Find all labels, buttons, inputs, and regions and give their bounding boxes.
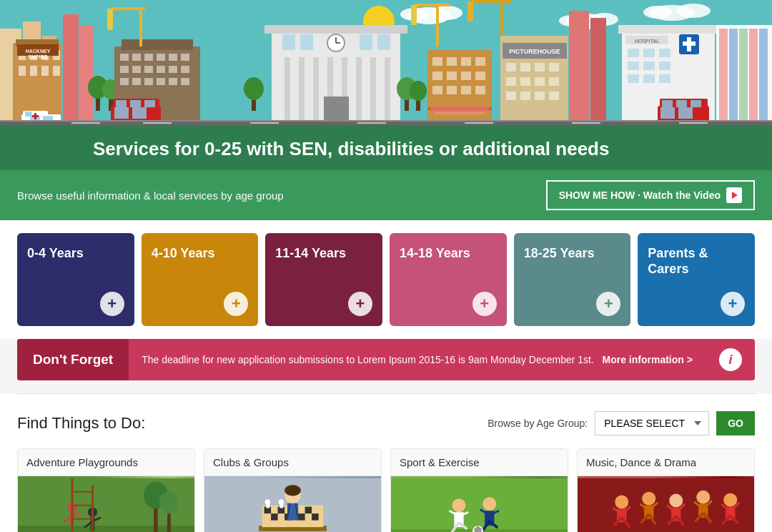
- svg-rect-163: [678, 107, 693, 119]
- svg-rect-52: [181, 78, 189, 85]
- age-group-select[interactable]: PLEASE SELECT 0-4 Years 4-10 Years 11-14…: [595, 411, 709, 435]
- svg-rect-47: [120, 78, 129, 85]
- svg-rect-93: [432, 57, 442, 66]
- svg-rect-144: [749, 29, 758, 122]
- age-card-11-14-plus[interactable]: +: [348, 292, 372, 316]
- svg-rect-103: [461, 86, 471, 94]
- activity-card-music-label: Music, Dance & Drama: [578, 449, 754, 476]
- age-card-4-10[interactable]: 4-10 Years +: [142, 233, 259, 326]
- age-card-14-18-label: 14-18 Years: [400, 246, 497, 262]
- age-card-0-4-plus[interactable]: +: [100, 292, 124, 316]
- age-card-parents[interactable]: Parents & Carers +: [638, 233, 755, 326]
- svg-rect-152: [132, 107, 147, 119]
- activity-card-playground-label: Adventure Playgrounds: [18, 449, 194, 476]
- svg-rect-114: [506, 77, 516, 86]
- go-button[interactable]: GO: [716, 411, 755, 435]
- age-cards-section: 0-4 Years + 4-10 Years + 11-14 Years + 1…: [0, 220, 772, 339]
- svg-rect-28: [80, 25, 93, 125]
- svg-rect-81: [360, 34, 372, 50]
- svg-rect-132: [643, 49, 655, 57]
- svg-rect-133: [659, 49, 670, 57]
- svg-rect-94: [447, 57, 457, 66]
- svg-point-251: [642, 492, 655, 506]
- svg-rect-102: [447, 86, 457, 94]
- svg-rect-41: [120, 66, 129, 73]
- svg-rect-182: [143, 122, 172, 124]
- svg-rect-82: [377, 34, 390, 50]
- svg-rect-161: [691, 100, 701, 107]
- svg-point-9: [676, 4, 711, 18]
- svg-rect-53: [139, 7, 142, 46]
- svg-rect-119: [520, 92, 530, 100]
- svg-rect-43: [144, 66, 153, 73]
- svg-rect-150: [144, 100, 155, 107]
- svg-rect-98: [447, 72, 457, 80]
- age-card-0-4[interactable]: 0-4 Years +: [17, 233, 134, 326]
- svg-point-88: [410, 81, 427, 101]
- age-group-filter: Browse by Age Group: PLEASE SELECT 0-4 Y…: [488, 411, 755, 435]
- more-info-link[interactable]: More information >: [603, 354, 693, 365]
- svg-rect-143: [739, 29, 748, 122]
- svg-rect-184: [357, 122, 386, 124]
- svg-rect-35: [120, 54, 129, 61]
- svg-rect-162: [660, 107, 675, 119]
- svg-rect-64: [467, 1, 473, 21]
- svg-rect-170: [25, 112, 32, 117]
- svg-rect-27: [63, 14, 79, 125]
- svg-rect-121: [549, 92, 559, 100]
- svg-rect-60: [411, 5, 417, 25]
- svg-rect-138: [643, 74, 655, 83]
- svg-rect-110: [506, 63, 516, 72]
- activity-card-playground[interactable]: Adventure Playgrounds: [17, 448, 195, 532]
- svg-point-10: [643, 6, 672, 19]
- activity-card-playground-image: [18, 476, 194, 532]
- svg-rect-215: [305, 507, 312, 514]
- hero-title-suffix: with SEN, disabilities or additional nee…: [242, 138, 609, 159]
- svg-rect-23: [53, 66, 60, 76]
- age-card-18-25-label: 18-25 Years: [524, 246, 621, 262]
- age-card-parents-plus[interactable]: +: [721, 292, 745, 316]
- age-card-4-10-plus[interactable]: +: [224, 292, 248, 316]
- svg-rect-68: [299, 57, 305, 125]
- age-card-14-18[interactable]: 14-18 Years +: [390, 233, 507, 326]
- activity-card-music[interactable]: Music, Dance & Drama: [577, 448, 755, 532]
- activity-card-clubs[interactable]: Clubs & Groups: [204, 448, 382, 532]
- svg-rect-128: [683, 41, 696, 46]
- svg-text:HOSPITAL: HOSPITAL: [635, 39, 659, 44]
- svg-rect-73: [370, 57, 376, 125]
- svg-rect-36: [132, 54, 141, 61]
- age-card-18-25[interactable]: 18-25 Years +: [514, 233, 631, 326]
- age-card-14-18-plus[interactable]: +: [472, 292, 497, 316]
- svg-rect-116: [535, 77, 545, 86]
- age-card-11-14[interactable]: 11-14 Years +: [265, 233, 382, 326]
- info-icon: i: [719, 348, 742, 371]
- svg-text:EMPIRE: EMPIRE: [29, 54, 48, 59]
- age-card-parents-label: Parents & Carers: [648, 246, 745, 277]
- svg-rect-104: [475, 86, 485, 94]
- svg-rect-51: [169, 78, 177, 85]
- activity-card-sport-image: [391, 476, 568, 532]
- svg-point-194: [159, 492, 179, 513]
- svg-rect-92: [435, 112, 485, 114]
- svg-rect-48: [132, 78, 141, 85]
- age-card-18-25-plus[interactable]: +: [596, 292, 620, 316]
- svg-rect-145: [759, 29, 768, 122]
- svg-rect-216: [271, 513, 278, 521]
- svg-rect-148: [116, 100, 127, 107]
- svg-rect-42: [132, 66, 141, 73]
- svg-rect-134: [628, 61, 639, 70]
- dont-forget-banner: Don't Forget The deadline for new applic…: [17, 339, 755, 380]
- svg-rect-183: [250, 122, 279, 124]
- svg-rect-50: [157, 78, 165, 85]
- show-me-how-button[interactable]: SHOW ME HOW · Watch the Video: [546, 180, 755, 210]
- age-card-4-10-label: 4-10 Years: [152, 246, 249, 262]
- svg-rect-159: [662, 100, 673, 107]
- svg-rect-141: [719, 29, 728, 122]
- svg-rect-229: [391, 478, 568, 532]
- activity-card-sport[interactable]: Sport & Exercise: [390, 448, 568, 532]
- sub-banner-text: Browse useful information & local servic…: [17, 189, 284, 202]
- svg-rect-44: [157, 66, 165, 73]
- svg-rect-46: [181, 66, 189, 73]
- svg-rect-181: [71, 122, 100, 124]
- play-icon: [726, 187, 742, 203]
